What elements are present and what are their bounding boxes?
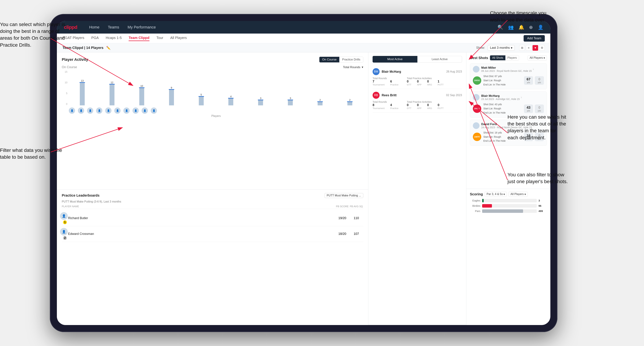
- avatar-d-ford: 👤: [87, 107, 93, 114]
- total-practice-label-1: Total Practice Activities: [407, 77, 444, 80]
- chevron-right-icon[interactable]: ›: [521, 95, 522, 100]
- lb-score-2: 18/20: [335, 232, 349, 236]
- lb-rank-2: 👤 2: [62, 228, 68, 240]
- add-team-button[interactable]: Add Team: [524, 35, 545, 42]
- total-rounds-label-2: Total Rounds: [372, 100, 398, 103]
- best-shots-title: Best Shots: [470, 56, 488, 60]
- tablet-screen: clippd Home Teams My Performance 🔍 👥 🔔 ⊕…: [57, 21, 550, 325]
- nav-home[interactable]: Home: [89, 25, 100, 29]
- edit-icon[interactable]: ✏️: [106, 46, 110, 50]
- eagles-value: 3: [538, 199, 547, 202]
- sc-dist-1: 67 yds: [524, 76, 533, 85]
- annotation-bottom-right-1: Here you can see who's hitthe best shots…: [508, 114, 566, 141]
- total-rounds-label-1: Total Rounds: [372, 77, 398, 80]
- lb-row-2[interactable]: 👤 2 Edward Crossman 18/20 107: [62, 226, 363, 242]
- avatar-b-mcharg: 👤: [69, 107, 75, 114]
- tab-team-clippd[interactable]: Team Clippd: [128, 36, 150, 41]
- chart-player-avatars: 👤 👤 👤 👤 👤 👤 👤 👤 👤 👤: [62, 107, 363, 114]
- shots-tab-group: All Shots Players: [490, 55, 519, 60]
- shot-card-1[interactable]: Matt Miller 09 Jun 2023 · Royal North De…: [470, 63, 547, 89]
- nav-my-performance[interactable]: My Performance: [128, 25, 156, 29]
- team-bar: Team Clippd | 14 Players ✏️ Show: Last 3…: [57, 43, 550, 52]
- on-course-toggle[interactable]: On Course: [320, 57, 339, 62]
- sc-info-2: Shot Dist: 43 yds Start Lie: Rough End L…: [483, 102, 522, 115]
- main-content: Player Activity On Course Practice Drill…: [57, 52, 550, 325]
- leaderboard-label: PUTT Must Make Putting (3-6 ft), Last 3 …: [62, 200, 363, 203]
- tab-pgat-players[interactable]: PGAT Players: [62, 36, 84, 41]
- col-pb-score: PB SCORE: [335, 205, 349, 208]
- scoring-row-birdies: Birdies 96: [470, 204, 547, 208]
- search-icon[interactable]: 🔍: [498, 25, 503, 30]
- active-tabs: Most Active Least Active: [372, 56, 462, 63]
- annotation-top-right: Choose the timescale you wish to see the…: [490, 9, 556, 23]
- bell-icon[interactable]: 🔔: [518, 25, 524, 30]
- nav-teams[interactable]: Teams: [108, 25, 119, 29]
- course-toggle-group: On Course Practice Drills: [319, 57, 363, 63]
- best-shots-header: Best Shots All Shots Players All Players…: [470, 55, 547, 60]
- tab-tour[interactable]: Tour: [156, 36, 163, 41]
- practice-dropdown[interactable]: PUTT Must Make Putting ...: [324, 193, 363, 198]
- birdies-bar-fill: [482, 204, 492, 208]
- chart-filter-dropdown[interactable]: Total Rounds ▾: [343, 65, 363, 69]
- sc-meta-1: 09 Jun 2023 · Royal North Devon GC, Hole…: [481, 70, 532, 72]
- profile-icon[interactable]: 👤: [538, 25, 544, 30]
- list-view-icon[interactable]: ≡: [526, 45, 532, 51]
- tab-hcaps[interactable]: Hcaps 1-5: [106, 36, 122, 41]
- sub-nav: PGAT Players PGA Hcaps 1-5 Team Clippd T…: [57, 33, 550, 43]
- putt-1: 1: [438, 80, 444, 83]
- bar-e-crossman: 2: [306, 99, 334, 105]
- sc-player-1: Matt Miller: [481, 66, 532, 70]
- settings-view-icon[interactable]: ⚙: [539, 45, 545, 51]
- plus-circle-icon[interactable]: ⊕: [529, 25, 533, 30]
- timescale-dropdown[interactable]: Last 3 months ▾: [488, 45, 515, 51]
- users-icon[interactable]: 👥: [508, 25, 514, 30]
- arg-2: 0: [427, 103, 432, 107]
- chevron-right-icon[interactable]: ›: [533, 67, 534, 71]
- players-tab[interactable]: Players: [506, 55, 519, 60]
- par-filter[interactable]: Par 3, 4 & 5s ▾: [484, 192, 507, 197]
- all-players-filter[interactable]: All Players ▾: [528, 55, 547, 60]
- chart-area: On Course Total Rounds ▾ 15 10: [62, 65, 363, 118]
- active-player-card-2: RB Rees Britt 02 Sep 2023 Total Rounds 8: [372, 89, 462, 113]
- sc-zero-2: 0 yds: [535, 105, 544, 113]
- birdies-label: Birdies: [470, 204, 480, 207]
- bar-e-ebert: 5: [188, 93, 215, 105]
- lb-name-2: Edward Crossman: [68, 232, 335, 236]
- eagles-bar-track: [482, 199, 537, 202]
- bar-r-butler: 3: [247, 97, 274, 105]
- sc-info-1: Shot Dist: 67 yds Start Lie: Rough End L…: [483, 74, 522, 87]
- sc-stats-2: 43 yds 0 yds: [524, 105, 544, 113]
- sc-meta-2: 23 Jul 2023 · Ashridge GC, Hole 15: [481, 98, 520, 100]
- avatar-r-butler: 👤: [123, 107, 130, 114]
- tab-pga[interactable]: PGA: [91, 36, 99, 41]
- y-axis: 15 10 5 0: [62, 70, 68, 105]
- putt-2: 0: [438, 103, 444, 107]
- all-shots-tab[interactable]: All Shots: [490, 55, 505, 60]
- pars-label: Pars: [470, 209, 480, 212]
- practice-drills-toggle[interactable]: Practice Drills: [339, 57, 363, 62]
- bar-d-ford: 10: [128, 85, 155, 105]
- sc-stats-1: 67 yds 0 yds: [524, 76, 544, 85]
- scoring-header: Scoring Par 3, 4 & 5s ▾ All Players ▾: [470, 192, 547, 197]
- heart-view-icon[interactable]: ♥: [532, 45, 538, 51]
- sc-badge-1: 200SG: [473, 76, 481, 85]
- lb-avg-2: 107: [349, 232, 363, 236]
- tournament-val-2: 8: [372, 103, 385, 107]
- apc-date-2: 02 Sep 2023: [446, 94, 462, 97]
- lb-row-1[interactable]: 👤 1 Richard Butler 19/20 110: [62, 210, 363, 226]
- chevron-down-icon: ▾: [504, 192, 505, 196]
- apc-avatar-1: BM: [372, 68, 380, 75]
- scoring-row-pars: Pars 499: [470, 209, 547, 213]
- sc-zero-1: 0 yds: [535, 76, 544, 85]
- gtt-2: 0: [407, 103, 412, 107]
- avatar-e-ebert: 👤: [105, 107, 112, 114]
- left-panel: Player Activity On Course Practice Drill…: [57, 52, 368, 325]
- most-active-tab[interactable]: Most Active: [372, 56, 418, 63]
- gtt-1: 0: [407, 80, 412, 83]
- sc-badge-2: 200SG: [473, 105, 481, 113]
- grid-view-icon[interactable]: ⊞: [519, 45, 525, 51]
- all-players-scoring-filter[interactable]: All Players ▾: [508, 192, 528, 197]
- tab-all-players[interactable]: All Players: [170, 36, 187, 41]
- least-active-tab[interactable]: Least Active: [418, 56, 462, 63]
- practice-val-1: 6: [390, 80, 398, 83]
